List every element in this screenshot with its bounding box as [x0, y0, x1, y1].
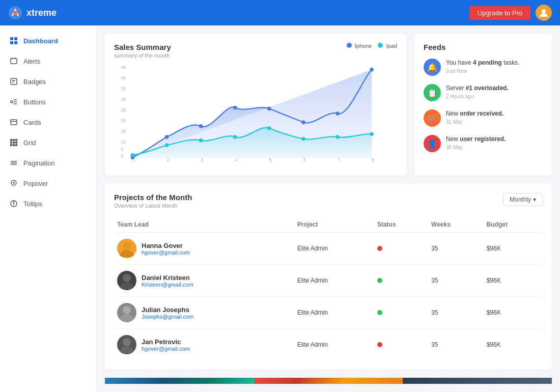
svg-point-2 — [542, 9, 546, 13]
legend-dot-ipad — [378, 43, 383, 48]
svg-rect-24 — [15, 142, 17, 144]
team-lead-details: Julian Josephs Josephs@gmail.com — [142, 306, 193, 320]
feed-icon-user: 👤 — [424, 135, 441, 152]
legend-dot-iphone — [347, 43, 352, 48]
avatar-julian — [117, 303, 136, 322]
sidebar-item-dashboard[interactable]: Dashboard — [0, 31, 96, 51]
weeks-cell-1: 35 — [428, 233, 484, 265]
svg-point-55 — [165, 135, 169, 139]
feed-item-2: 📋 Server #1 overloaded. 2 Hours ago — [424, 84, 543, 101]
status-dot-red — [377, 246, 382, 251]
sidebar-item-cards[interactable]: Cards — [0, 112, 96, 132]
avatar-hanna — [117, 239, 136, 258]
feed-item-4: 👤 New user registered. 30 May — [424, 135, 543, 152]
monthly-filter-button[interactable]: Monthly ▾ — [503, 193, 543, 206]
upgrade-button[interactable]: Upgrade to Pro — [469, 6, 530, 20]
svg-rect-25 — [10, 144, 12, 146]
feed-icon-bell: 🔔 — [424, 59, 441, 76]
svg-text:15: 15 — [121, 129, 126, 134]
weeks-cell-2: 35 — [428, 265, 484, 297]
sidebar-label-pagination: Pagination — [23, 159, 54, 167]
feed-icon-server: 📋 — [424, 84, 441, 101]
svg-point-61 — [370, 68, 374, 72]
sidebar-item-grid[interactable]: Grid — [0, 132, 96, 153]
chart-title: Sales Summary — [114, 43, 171, 51]
project-cell-3: Elite Admin — [294, 297, 374, 329]
svg-text:20: 20 — [121, 118, 126, 123]
status-cell-3 — [374, 297, 428, 329]
chevron-down-icon: ▾ — [533, 196, 536, 203]
dashboard-icon — [9, 36, 18, 45]
sidebar-label-toltips: Toltips — [23, 200, 42, 208]
svg-point-57 — [233, 106, 237, 110]
weeks-cell-3: 35 — [428, 297, 484, 329]
brand-icon — [8, 6, 22, 20]
feed-msg-3: New order received. — [446, 109, 543, 118]
feed-time-3: 31 May — [446, 119, 543, 125]
svg-rect-7 — [11, 59, 17, 64]
team-lead-cell: Hanna Gover hgover@gmail.com — [114, 233, 294, 265]
status-dot-red — [377, 342, 382, 347]
feed-msg-1: You have 4 pending tasks. — [446, 59, 543, 67]
team-lead-details: Daniel Kristeen Kristeen@gmail.com — [142, 274, 193, 288]
svg-rect-20 — [13, 139, 15, 141]
team-lead-cell: Jan Petrovic hgover@gmail.com — [114, 329, 294, 361]
budget-cell-1: $96K — [484, 233, 543, 265]
svg-rect-23 — [13, 142, 15, 144]
table-row: Daniel Kristeen Kristeen@gmail.com Elite… — [114, 265, 543, 297]
svg-point-1 — [13, 11, 17, 15]
svg-rect-22 — [10, 142, 12, 144]
projects-title: Projects of the Month — [114, 193, 192, 202]
sidebar-item-pagination[interactable]: Pagination — [0, 153, 96, 173]
table-body: Hanna Gover hgover@gmail.com Elite Admin… — [114, 233, 543, 361]
svg-text:8: 8 — [372, 157, 374, 162]
projects-card: Projects of the Month Overview of Latest… — [105, 184, 552, 370]
svg-point-56 — [199, 124, 203, 128]
svg-rect-26 — [13, 144, 15, 146]
svg-text:40: 40 — [121, 75, 126, 80]
svg-text:5: 5 — [121, 147, 123, 152]
image-flower — [254, 378, 403, 384]
sidebar-item-popover[interactable]: Popover — [0, 173, 96, 193]
svg-point-62 — [131, 153, 135, 157]
svg-point-71 — [123, 274, 131, 282]
sidebar-label-buttons: Buttons — [23, 98, 46, 106]
bottom-image-dark — [403, 378, 552, 384]
user-avatar[interactable] — [536, 5, 552, 21]
main-content: Sales Summary summary of the month Iphon… — [97, 25, 560, 392]
badges-icon — [9, 77, 18, 86]
sidebar-item-badges[interactable]: Badges — [0, 71, 96, 92]
feed-icon-order: 🛒 — [424, 109, 441, 127]
image-ocean — [105, 378, 254, 384]
team-lead-details: Hanna Gover hgover@gmail.com — [142, 242, 190, 256]
table-head: Team Lead Project Status Weeks Budget — [114, 217, 543, 233]
sidebar-label-popover: Popover — [23, 180, 48, 187]
svg-rect-19 — [10, 139, 12, 141]
svg-point-59 — [301, 120, 305, 124]
project-cell-1: Elite Admin — [294, 233, 374, 265]
svg-point-70 — [123, 242, 131, 250]
team-lead-info: Daniel Kristeen Kristeen@gmail.com — [117, 271, 291, 290]
svg-text:35: 35 — [121, 86, 126, 91]
svg-point-65 — [233, 135, 237, 139]
svg-point-69 — [370, 132, 374, 136]
bottom-image-flower — [254, 378, 403, 384]
projects-subtitle: Overview of Latest Month — [114, 203, 192, 209]
avatar-jan — [117, 335, 136, 354]
projects-title-block: Projects of the Month Overview of Latest… — [114, 193, 192, 209]
projects-table: Team Lead Project Status Weeks Budget — [114, 217, 543, 360]
popover-icon — [9, 179, 18, 188]
svg-point-13 — [11, 101, 13, 103]
grid-icon — [9, 138, 18, 147]
status-dot-green — [377, 310, 382, 315]
svg-rect-17 — [11, 120, 17, 125]
svg-rect-3 — [10, 37, 13, 40]
svg-rect-21 — [15, 139, 17, 141]
svg-point-63 — [165, 143, 169, 147]
sidebar-item-toltips[interactable]: Toltips — [0, 193, 96, 214]
col-budget: Budget — [484, 217, 543, 233]
sidebar-item-buttons[interactable]: Buttons — [0, 92, 96, 112]
sidebar-item-alerts[interactable]: Alerts — [0, 51, 96, 71]
project-cell-4: Elite Admin — [294, 329, 374, 361]
svg-point-67 — [301, 137, 305, 141]
